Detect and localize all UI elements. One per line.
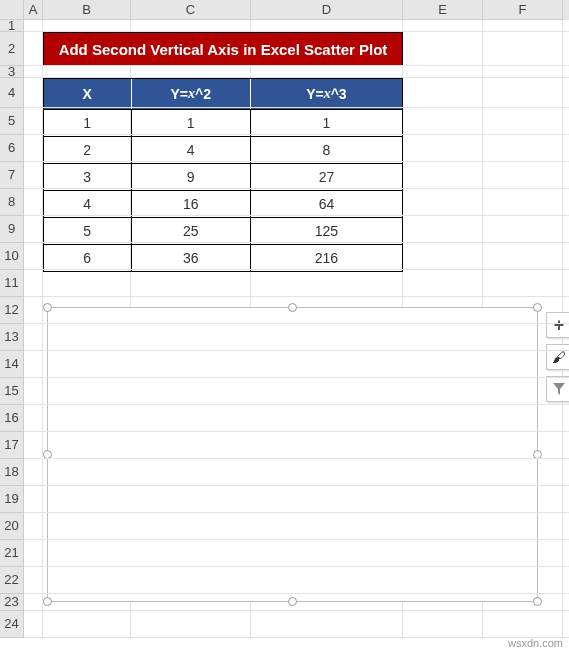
table-cell[interactable]: 125 <box>251 218 402 244</box>
gridline <box>24 431 569 432</box>
gridline <box>24 593 569 594</box>
table-cell[interactable]: 25 <box>132 218 251 244</box>
gridline <box>24 323 569 324</box>
row-header-9[interactable]: 9 <box>0 216 24 243</box>
row-header-19[interactable]: 19 <box>0 486 24 513</box>
gridline <box>24 65 569 66</box>
table-cell[interactable]: 5 <box>44 218 132 244</box>
table-cell[interactable]: 9 <box>132 164 251 190</box>
spreadsheet-area: A B C D E F 1234567891011121314151617181… <box>0 0 569 653</box>
row-header-18[interactable]: 18 <box>0 459 24 486</box>
table-cell[interactable]: 4 <box>132 137 251 163</box>
row-header-16[interactable]: 16 <box>0 405 24 432</box>
table-header-row: X Y=x^2 Y=x^3 <box>44 79 402 109</box>
table-cell[interactable]: 64 <box>251 191 402 217</box>
table-row[interactable]: 111 <box>44 109 402 136</box>
col-header-F[interactable]: F <box>483 0 563 20</box>
chart-object[interactable] <box>47 307 538 602</box>
table-cell[interactable]: 6 <box>44 245 132 271</box>
col-header-A[interactable]: A <box>24 0 43 20</box>
table-cell[interactable]: 1 <box>44 110 132 136</box>
gridline <box>24 610 569 611</box>
watermark: wsxdn.com <box>508 637 563 649</box>
table-cell[interactable]: 2 <box>44 137 132 163</box>
gridline <box>24 161 569 162</box>
table-cell[interactable]: 27 <box>251 164 402 190</box>
row-header-23[interactable]: 23 <box>0 594 24 611</box>
row-header-3[interactable]: 3 <box>0 66 24 78</box>
row-header-21[interactable]: 21 <box>0 540 24 567</box>
col-header-D[interactable]: D <box>251 0 403 20</box>
gridline <box>24 77 569 78</box>
header-x: X <box>44 79 132 109</box>
gridline <box>24 637 569 638</box>
table-row[interactable]: 3927 <box>44 163 402 190</box>
table-cell[interactable]: 216 <box>251 245 402 271</box>
gridline <box>24 566 569 567</box>
table-cell[interactable]: 1 <box>132 110 251 136</box>
row-header-5[interactable]: 5 <box>0 108 24 135</box>
table-row[interactable]: 41664 <box>44 190 402 217</box>
row-header-1[interactable]: 1 <box>0 20 24 32</box>
row-header-24[interactable]: 24 <box>0 611 24 638</box>
resize-handle-sw[interactable] <box>43 597 52 606</box>
table-cell[interactable]: 1 <box>251 110 402 136</box>
col-header-B[interactable]: B <box>43 0 131 20</box>
chart-filters-button[interactable] <box>546 376 569 402</box>
row-header-22[interactable]: 22 <box>0 567 24 594</box>
resize-handle-ne[interactable] <box>533 303 542 312</box>
table-row[interactable]: 525125 <box>44 217 402 244</box>
gridline <box>24 350 569 351</box>
row-header-15[interactable]: 15 <box>0 378 24 405</box>
resize-handle-s[interactable] <box>288 597 297 606</box>
gridline <box>24 296 569 297</box>
gridline <box>24 107 569 108</box>
row-header-6[interactable]: 6 <box>0 135 24 162</box>
row-header-8[interactable]: 8 <box>0 189 24 216</box>
row-header-12[interactable]: 12 <box>0 297 24 324</box>
resize-handle-n[interactable] <box>288 303 297 312</box>
table-cell[interactable]: 36 <box>132 245 251 271</box>
gridline <box>24 485 569 486</box>
row-header-20[interactable]: 20 <box>0 513 24 540</box>
row-header-13[interactable]: 13 <box>0 324 24 351</box>
title-text: Add Second Vertical Axis in Excel Scatte… <box>59 41 388 58</box>
gridline <box>24 188 569 189</box>
brush-icon: 🖌 <box>552 349 566 365</box>
row-headers: 123456789101112131415161718192021222324 <box>0 20 24 638</box>
gridline <box>24 269 569 270</box>
gridline <box>24 404 569 405</box>
table-cell[interactable]: 16 <box>132 191 251 217</box>
row-header-7[interactable]: 7 <box>0 162 24 189</box>
table-cell[interactable]: 4 <box>44 191 132 217</box>
table-row[interactable]: 248 <box>44 136 402 163</box>
row-header-14[interactable]: 14 <box>0 351 24 378</box>
col-header-C[interactable]: C <box>131 0 251 20</box>
row-header-10[interactable]: 10 <box>0 243 24 270</box>
resize-handle-nw[interactable] <box>43 303 52 312</box>
row-header-11[interactable]: 11 <box>0 270 24 297</box>
select-all-corner[interactable] <box>0 0 24 20</box>
table-cell[interactable]: 8 <box>251 137 402 163</box>
resize-handle-se[interactable] <box>533 597 542 606</box>
row-header-4[interactable]: 4 <box>0 78 24 108</box>
table-row[interactable]: 636216 <box>44 244 402 271</box>
chart-elements-button[interactable]: + <box>546 312 569 338</box>
gridline <box>24 242 569 243</box>
chart-styles-button[interactable]: 🖌 <box>546 344 569 370</box>
cells-area[interactable]: Add Second Vertical Axis in Excel Scatte… <box>24 20 569 638</box>
col-header-E[interactable]: E <box>403 0 483 20</box>
plus-icon: + <box>554 315 565 336</box>
header-y-cubed: Y=x^3 <box>251 79 402 109</box>
row-header-2[interactable]: 2 <box>0 32 24 66</box>
chart-float-buttons: + 🖌 <box>546 312 569 402</box>
table-cell[interactable]: 3 <box>44 164 132 190</box>
funnel-icon <box>552 382 566 396</box>
header-y-squared: Y=x^2 <box>132 79 251 109</box>
row-header-17[interactable]: 17 <box>0 432 24 459</box>
column-headers: A B C D E F <box>0 0 569 20</box>
gridline <box>24 31 569 32</box>
gridline <box>24 215 569 216</box>
gridline <box>24 512 569 513</box>
title-banner: Add Second Vertical Axis in Excel Scatte… <box>43 32 403 66</box>
